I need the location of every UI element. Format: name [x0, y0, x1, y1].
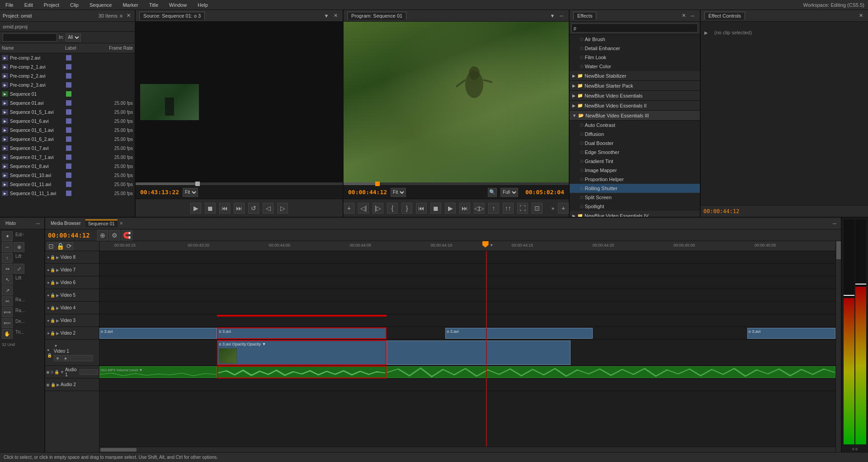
menu-file[interactable]: File	[4, 1, 15, 9]
tool-move[interactable]: ↔	[2, 242, 13, 252]
effect-rolling-shutter[interactable]: □ Rolling Shutter	[570, 184, 700, 193]
prog-mark-out-btn[interactable]: }	[401, 203, 412, 214]
tool-pointer[interactable]: ↗	[2, 285, 13, 295]
effects-cat-ve4[interactable]: ▶ 📁 NewBlue Video Essentials IV	[570, 211, 700, 217]
file-item[interactable]: ▶Sequence 01_6_2.avi25.00 fps	[0, 135, 135, 144]
v6-eye-icon[interactable]: ●	[47, 280, 49, 285]
v8-toggle-icon[interactable]: ●	[47, 255, 49, 260]
in-select[interactable]: All	[66, 33, 81, 42]
effect-item-detail-enhancer[interactable]: □ Detail Enhancer	[570, 44, 700, 53]
program-zoom-btn[interactable]: 🔍	[488, 188, 497, 197]
effects-cat-ve[interactable]: ▶ 📁 NewBlue Video Essentials	[570, 91, 700, 101]
timeline-hscrollbar[interactable]	[99, 447, 835, 452]
tool-slide[interactable]: ⟸	[2, 318, 13, 328]
tl-sync-btn[interactable]: ⟳	[65, 242, 73, 250]
menu-clip[interactable]: Clip	[68, 1, 80, 9]
track-content-a1[interactable]: 001.MP3 Volume:Level ▼	[99, 366, 835, 378]
track-content-v2[interactable]: o 3.avi o 3.avi o 3.avi o 3.avi	[99, 327, 835, 340]
program-menu-btn[interactable]: ▼	[549, 13, 556, 19]
program-timecode[interactable]: 00:00:44:12	[348, 189, 387, 196]
prog-trim-btn[interactable]: ◁▷	[474, 203, 485, 214]
prog-prev-edit-btn[interactable]: ⏮	[416, 203, 427, 214]
effect-item-airbrush[interactable]: □ Air Brush	[570, 35, 700, 44]
v1-clip-2[interactable]	[387, 341, 571, 365]
tool-razor[interactable]: ✂	[2, 296, 13, 306]
file-item[interactable]: ▶Sequence 01	[0, 89, 135, 98]
effect-image-mapper[interactable]: □ Image Mapper	[570, 166, 700, 175]
v6-expand-icon[interactable]: ▶	[56, 280, 59, 285]
menu-title[interactable]: Title	[147, 1, 160, 9]
ec-menu-btn[interactable]: ✕	[857, 13, 864, 19]
prog-safe-margins-btn[interactable]: ⊡	[532, 203, 542, 214]
effect-proportion-helper[interactable]: □ Proportion Helper	[570, 175, 700, 184]
file-item[interactable]: ▶Sequence 01.avi25.00 fps	[0, 98, 135, 107]
v1-ctrl2[interactable]: ◈	[62, 355, 69, 361]
v4-expand-icon[interactable]: ▶	[56, 306, 59, 310]
v1-ctrl1[interactable]: ⊕	[54, 355, 61, 361]
col-name-header[interactable]: Name	[2, 46, 65, 51]
source-fit-select[interactable]: Fit	[183, 188, 198, 197]
v2-clip-1[interactable]: o 3.avi	[99, 328, 217, 339]
col-label-header[interactable]: Label	[65, 46, 92, 51]
menu-window[interactable]: Window	[167, 1, 189, 9]
v6-lock-icon[interactable]: 🔒	[50, 280, 55, 285]
prog-play-btn[interactable]: ▶	[445, 203, 456, 214]
source-play-btn[interactable]: ▶	[190, 203, 201, 214]
prog-step-back-btn[interactable]: ◁|	[358, 203, 369, 214]
prog-add-btn[interactable]: +	[344, 203, 354, 214]
tl-snap-btn[interactable]: 🧲	[122, 230, 132, 241]
tool-arrow[interactable]: ↖	[2, 275, 13, 285]
source-tab[interactable]: Source: Sequence 01: o 3	[139, 12, 205, 20]
tab-histo[interactable]: Histo	[3, 220, 19, 227]
effects-search-input[interactable]	[571, 23, 698, 33]
a1-mute-icon[interactable]: ◉	[46, 370, 50, 374]
v4-lock-icon[interactable]: 🔒	[50, 306, 55, 310]
file-item[interactable]: ▶Pre-comp 2_2.avi	[0, 71, 135, 80]
source-scrubber[interactable]	[136, 182, 343, 185]
a1-lock-icon[interactable]: 🔒	[54, 370, 59, 374]
tab-media-browser[interactable]: Media Browser	[48, 220, 84, 227]
effect-gradient-tint[interactable]: □ Gradient Tint	[570, 157, 700, 166]
source-close-btn[interactable]: ✕	[332, 13, 339, 19]
v3-lock-icon[interactable]: 🔒	[50, 318, 55, 323]
source-menu-btn[interactable]: ▼	[323, 13, 330, 19]
tl-menu-btn[interactable]: ─	[831, 221, 838, 226]
file-item[interactable]: ▶Sequence 01_7_1.avi25.00 fps	[0, 153, 135, 162]
effect-edge-smoother[interactable]: □ Edge Smoother	[570, 148, 700, 157]
prog-more-btn[interactable]: »	[552, 205, 554, 211]
a2-expand-icon[interactable]: ▶	[57, 383, 60, 387]
effect-controls-tab[interactable]: Effect Controls	[704, 12, 745, 20]
v7-expand-icon[interactable]: ▶	[56, 268, 59, 272]
tl-timecode-display[interactable]: 00:00:44:12	[48, 232, 90, 239]
file-item[interactable]: ▶Sequence 01_7.avi25.00 fps	[0, 144, 135, 153]
effects-cat-starter-pack[interactable]: ▶ 📁 NewBlue Starter Pack	[570, 81, 700, 91]
effects-menu-btn[interactable]: ✕	[680, 13, 687, 19]
a1-clip-after[interactable]	[387, 366, 835, 378]
v2-clip-4[interactable]: o 3.avi	[747, 328, 835, 339]
a2-lock-icon[interactable]: 🔒	[51, 383, 56, 387]
tab-sequence01[interactable]: Sequence 01	[85, 219, 118, 227]
tool-edit[interactable]: ✦	[2, 231, 13, 241]
prog-step-fwd-btn[interactable]: |▷	[373, 203, 383, 214]
tl-settings-btn[interactable]: ⚙	[109, 230, 120, 241]
tl-lock-btn[interactable]: 🔒	[56, 242, 64, 250]
menu-sequence[interactable]: Sequence	[88, 1, 114, 9]
program-quality-select[interactable]: Full	[500, 188, 518, 197]
source-scrubber-handle[interactable]	[195, 182, 200, 186]
file-item[interactable]: ▶Sequence 01_11.avi25.00 fps	[0, 180, 135, 189]
file-item[interactable]: ▶Sequence 01_5_1.avi25.00 fps	[0, 107, 135, 117]
effects-cat-ve2[interactable]: ▶ 📁 NewBlue Video Essentials II	[570, 101, 700, 111]
tool-lift[interactable]: ↑	[2, 253, 13, 263]
effects-tab[interactable]: Effects	[573, 12, 596, 20]
v2-clip-2-selected[interactable]: o 3.avi	[217, 327, 386, 339]
v1-opacity-slider[interactable]	[70, 355, 93, 361]
vscroll-thumb[interactable]	[836, 241, 841, 259]
tab-close-btn[interactable]: ✕	[119, 221, 123, 226]
file-item[interactable]: ▶Sequence 01_8.avi25.00 fps	[0, 162, 135, 171]
v2-clip-3[interactable]: o 3.avi	[445, 328, 593, 339]
v1-lock-icon[interactable]: 🔒	[47, 353, 52, 358]
file-item[interactable]: ▶Sequence 01_11_1.avi25.00 fps	[0, 189, 135, 198]
effect-spotlight[interactable]: □ Spotlight	[570, 202, 700, 211]
file-item[interactable]: ▶Pre-comp 2.avi	[0, 53, 135, 62]
v8-lock-icon[interactable]: 🔒	[50, 255, 55, 260]
